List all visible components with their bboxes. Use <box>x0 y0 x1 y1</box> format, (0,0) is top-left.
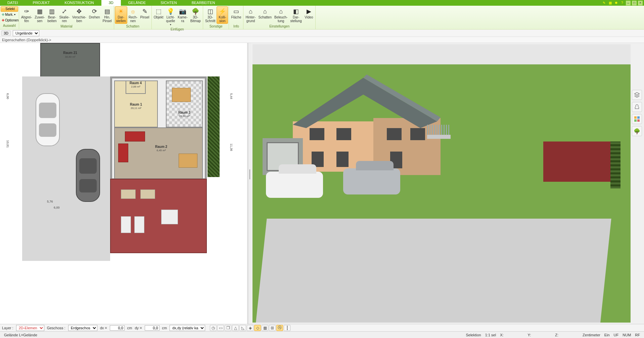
bottom-btn-north[interactable]: Ⓝ <box>276 325 283 331</box>
plan-sofa-1[interactable] <box>125 131 145 142</box>
bottom-btn-info[interactable]: ┇ <box>284 325 290 331</box>
btn-schatten[interactable]: ⌂Schatten <box>257 6 273 20</box>
btn-verschieben[interactable]: ✥Verschie- ben <box>71 6 88 24</box>
status-bar: Gelände L=Gelände Selektion 1:1 sel X: Y… <box>0 331 644 338</box>
bottom-btn-measure[interactable]: △ <box>232 325 239 331</box>
btn-skalieren[interactable]: ⤢Skalie- ren <box>58 6 71 24</box>
btn-beleuchtung[interactable]: ⌂Beleuch- tung <box>273 6 289 24</box>
btn-hinpinsel[interactable]: ▤Hin. Pinsel <box>101 6 113 24</box>
tab-bearbeiten[interactable]: BEARBEITEN <box>184 0 223 6</box>
plan-lounge-1[interactable] <box>121 189 136 199</box>
plan-sofa-2[interactable] <box>118 144 128 162</box>
properties-hint[interactable]: Eigenschaften (Doppelklick)-> <box>0 37 644 43</box>
plan-view[interactable]: Raum 2138,80 m² Raum 120,11 m² Raum 42,8… <box>0 43 248 324</box>
view-splitter[interactable] <box>248 43 251 324</box>
plan-hedge[interactable] <box>208 76 220 177</box>
section-icon: ◫ <box>206 7 215 15</box>
plan-terrace[interactable] <box>110 179 207 253</box>
tab-datei[interactable]: DATEI <box>0 0 26 6</box>
bottom-btn-perspective[interactable]: ◈ <box>247 325 254 331</box>
btn-pinsel[interactable]: ✎Pinsel <box>139 6 150 20</box>
bottom-btn-grid[interactable]: ▦ <box>262 325 268 331</box>
side-furniture[interactable] <box>632 102 642 112</box>
bottom-btn-wall[interactable]: ◺ <box>239 325 246 331</box>
tab-3d[interactable]: 3D <box>101 0 121 6</box>
btn-zuweisen[interactable]: ▦Zuwei- sen <box>33 6 46 24</box>
render-view[interactable] <box>252 44 631 323</box>
status-ein: Ein <box>602 333 612 337</box>
light-icon: 💡 <box>166 7 175 15</box>
plan-garage[interactable]: Raum 2138,80 m² <box>40 43 100 80</box>
bottom-btn-layers[interactable]: ❐ <box>225 325 231 331</box>
layer-select[interactable]: 2D-Elemen <box>16 325 44 331</box>
bottom-btn-ortho[interactable]: ◇ <box>254 325 261 331</box>
plan-room-3[interactable]: Raum 325,90 m² <box>166 80 203 127</box>
btn-lichtquelle[interactable]: 💡Licht- quelle▾ <box>165 6 177 27</box>
object-icon: ⬚ <box>154 7 163 15</box>
plan-table[interactable] <box>179 154 197 168</box>
tab-konstruktion[interactable]: KONSTRUKTION <box>57 0 101 6</box>
coord-mode-select[interactable]: dx,dy (relativ ka <box>170 325 205 331</box>
options-tool[interactable]: ✚Optionen <box>1 18 18 23</box>
close-button[interactable]: × <box>638 1 643 5</box>
btn-objekt[interactable]: ⬚Objekt <box>152 6 165 20</box>
minimize-button[interactable]: – <box>626 1 631 5</box>
pen-icon[interactable]: ✎ <box>602 1 606 5</box>
btn-abgreifen[interactable]: ✑Abgrei- fen <box>20 6 33 24</box>
btn-bearbeiten[interactable]: ▥Bear- beiten <box>46 6 58 24</box>
plan-lounge-2[interactable] <box>140 189 155 199</box>
area-icon: ▭ <box>232 7 240 15</box>
svg-rect-2 <box>634 116 637 119</box>
plan-car-white[interactable] <box>36 93 60 146</box>
select-tool[interactable]: ▭Selekt <box>1 6 18 12</box>
dy-input[interactable] <box>145 325 159 331</box>
maximize-button[interactable]: □ <box>632 1 637 5</box>
btn-hintergrund[interactable]: ⌂Hinter- grund <box>244 6 257 24</box>
side-layers[interactable] <box>632 90 642 100</box>
side-plants[interactable]: 🌳 <box>632 126 642 136</box>
status-selektion: Selektion <box>464 333 483 337</box>
tab-projekt[interactable]: PROJEKT <box>26 0 57 6</box>
view-dropdown[interactable]: Urgelände <box>13 30 39 36</box>
tab-gelaende[interactable]: GELÄNDE <box>121 0 153 6</box>
view-mode[interactable]: 3D <box>1 31 11 36</box>
render-terrace <box>543 142 617 182</box>
status-y: Y: <box>526 333 533 337</box>
btn-darstellung[interactable]: ◧Dar- stellung <box>289 6 303 24</box>
btn-drehen[interactable]: ⟳Drehen <box>88 6 101 20</box>
help-icon[interactable]: ? <box>620 1 625 5</box>
group-label-einfuegen: Einfügen <box>152 27 203 32</box>
bottom-btn-grid2[interactable]: ⊞ <box>269 325 276 331</box>
settings-icon[interactable]: ✱ <box>614 1 618 5</box>
box-icon[interactable]: ▦ <box>608 1 612 5</box>
plan-deckchair-1[interactable] <box>121 216 131 233</box>
plan-dining-table[interactable] <box>172 88 191 102</box>
plan-room-2[interactable]: Raum 26,45 m² <box>114 127 203 179</box>
geschoss-label: Geschoss : <box>47 326 65 330</box>
status-uf: UF <box>612 333 621 337</box>
bottom-btn-screen[interactable]: ▭ <box>217 325 224 331</box>
svg-rect-4 <box>634 119 637 122</box>
geschoss-select[interactable]: Erdgeschos <box>68 325 97 331</box>
btn-flaeche[interactable]: ▭Fläche <box>230 6 242 20</box>
plan-room-4[interactable]: Raum 42,88 m² <box>126 80 146 94</box>
btn-rechnen[interactable]: ☼Rech- nen <box>127 6 139 24</box>
plan-car-grey[interactable] <box>76 149 100 202</box>
dx-input[interactable] <box>110 325 125 331</box>
plan-deckchair-2[interactable] <box>134 216 144 233</box>
plan-house[interactable]: Raum 120,11 m² Raum 42,88 m² Raum 325,90… <box>110 76 207 180</box>
btn-darstellen[interactable]: ☀Dar- stellen <box>115 6 127 24</box>
side-palette[interactable] <box>632 114 642 124</box>
btn-kamera[interactable]: 📷Kame- ra <box>176 6 189 24</box>
bottom-btn-clock[interactable]: ◷ <box>210 325 217 331</box>
tab-sichten[interactable]: SICHTEN <box>153 0 184 6</box>
btn-kollision[interactable]: ⚡Kolli- sion <box>217 6 228 24</box>
eyedropper-icon: ✑ <box>22 7 31 15</box>
btn-video[interactable]: ▶Video <box>303 6 315 20</box>
btn-3d-bitmap[interactable]: 🌳3D- Bitmap <box>189 6 202 24</box>
plan-outdoor-table[interactable] <box>161 210 178 224</box>
mark-tool[interactable]: ✥Mark.▾ <box>1 12 18 17</box>
btn-3d-schnitt[interactable]: ◫3D- Schnitt <box>204 6 217 24</box>
render-house <box>293 81 427 168</box>
dx-unit: cm <box>127 326 132 330</box>
